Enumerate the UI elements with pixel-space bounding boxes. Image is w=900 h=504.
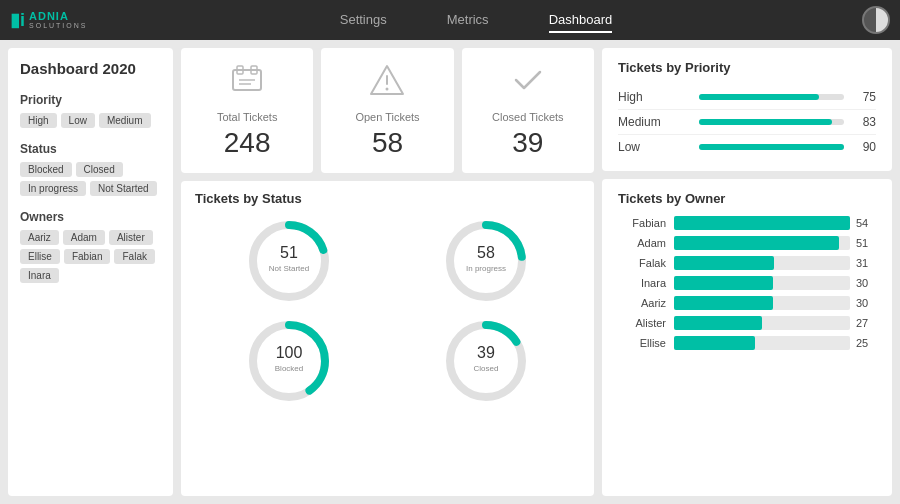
priority-high-bar-wrap xyxy=(699,94,844,100)
donut-closed-svg: 39 Closed xyxy=(441,316,531,406)
priority-high-name: High xyxy=(618,90,691,104)
svg-point-7 xyxy=(386,88,389,91)
owner-fabian-name: Fabian xyxy=(618,217,666,229)
owner-ellise-val: 25 xyxy=(856,337,876,349)
owner-row-aariz: Aariz 30 xyxy=(618,296,876,310)
tag-alister[interactable]: Alister xyxy=(109,230,153,245)
donut-not-started: 51 Not Started xyxy=(195,216,383,306)
priority-row-medium: Medium 83 xyxy=(618,110,876,135)
priority-high-bar xyxy=(699,94,820,100)
owner-alister-bar-wrap xyxy=(674,316,850,330)
theme-toggle[interactable] xyxy=(862,6,890,34)
tag-medium[interactable]: Medium xyxy=(99,113,151,128)
logo: ▮i ADNIA SOLUTIONS xyxy=(10,9,90,31)
warning-icon xyxy=(369,62,405,105)
owner-aariz-bar xyxy=(674,296,773,310)
tag-inara[interactable]: Inara xyxy=(20,268,59,283)
owner-adam-bar xyxy=(674,236,839,250)
owner-falak-bar xyxy=(674,256,774,270)
tag-aariz[interactable]: Aariz xyxy=(20,230,59,245)
owner-adam-name: Adam xyxy=(618,237,666,249)
owner-alister-val: 27 xyxy=(856,317,876,329)
total-tickets-value: 248 xyxy=(224,127,271,159)
tab-dashboard[interactable]: Dashboard xyxy=(549,8,613,33)
owner-row-adam: Adam 51 xyxy=(618,236,876,250)
tag-closed[interactable]: Closed xyxy=(76,162,123,177)
owner-inara-name: Inara xyxy=(618,277,666,289)
owner-row-fabian: Fabian 54 xyxy=(618,216,876,230)
owner-row-inara: Inara 30 xyxy=(618,276,876,290)
tickets-by-status-title: Tickets by Status xyxy=(195,191,580,206)
owner-falak-bar-wrap xyxy=(674,256,850,270)
logo-text: ADNIA SOLUTIONS xyxy=(29,10,87,30)
open-tickets-card: Open Tickets 58 xyxy=(321,48,453,173)
tag-inprogress[interactable]: In progress xyxy=(20,181,86,196)
tag-low[interactable]: Low xyxy=(61,113,95,128)
svg-text:39: 39 xyxy=(477,344,495,361)
priority-medium-val: 83 xyxy=(852,115,876,129)
owner-falak-val: 31 xyxy=(856,257,876,269)
nav-tabs: Settings Metrics Dashboard xyxy=(90,8,862,33)
owner-adam-val: 51 xyxy=(856,237,876,249)
metric-cards: Total Tickets 248 Open Tickets 58 xyxy=(181,48,594,173)
tab-metrics[interactable]: Metrics xyxy=(447,8,489,33)
right-column: Tickets by Priority High 75 Medium 83 Lo… xyxy=(602,48,892,496)
owner-alister-name: Alister xyxy=(618,317,666,329)
tag-fabian[interactable]: Fabian xyxy=(64,249,111,264)
priority-label: Priority xyxy=(20,93,161,107)
owner-aariz-val: 30 xyxy=(856,297,876,309)
owner-inara-bar-wrap xyxy=(674,276,850,290)
priority-medium-bar-wrap xyxy=(699,119,844,125)
donut-grid: 51 Not Started 58 In progress xyxy=(195,216,580,406)
owners-label: Owners xyxy=(20,210,161,224)
donut-blocked-svg: 100 Blocked xyxy=(244,316,334,406)
owner-aariz-name: Aariz xyxy=(618,297,666,309)
ticket-icon xyxy=(229,62,265,105)
sidebar-title: Dashboard 2020 xyxy=(20,60,161,77)
priority-card-title: Tickets by Priority xyxy=(618,60,876,75)
svg-text:In progress: In progress xyxy=(466,264,506,273)
owner-row-ellise: Ellise 25 xyxy=(618,336,876,350)
status-label: Status xyxy=(20,142,161,156)
open-tickets-label: Open Tickets xyxy=(355,111,419,123)
logo-icon: ▮i xyxy=(10,9,25,31)
owner-row-alister: Alister 27 xyxy=(618,316,876,330)
tag-falak[interactable]: Falak xyxy=(114,249,154,264)
sidebar-status-section: Status Blocked Closed In progress Not St… xyxy=(20,142,161,196)
owner-fabian-bar xyxy=(674,216,850,230)
svg-text:Closed: Closed xyxy=(474,364,499,373)
sidebar: Dashboard 2020 Priority High Low Medium … xyxy=(8,48,173,496)
tag-ellise[interactable]: Ellise xyxy=(20,249,60,264)
svg-text:51: 51 xyxy=(280,244,298,261)
tab-settings[interactable]: Settings xyxy=(340,8,387,33)
svg-text:100: 100 xyxy=(275,344,302,361)
owner-fabian-bar-wrap xyxy=(674,216,850,230)
owner-inara-val: 30 xyxy=(856,277,876,289)
owners-tags: Aariz Adam Alister Ellise Fabian Falak I… xyxy=(20,230,161,283)
priority-medium-name: Medium xyxy=(618,115,691,129)
tag-high[interactable]: High xyxy=(20,113,57,128)
center-content: Total Tickets 248 Open Tickets 58 xyxy=(181,48,594,496)
closed-tickets-card: Closed Tickets 39 xyxy=(462,48,594,173)
tag-blocked[interactable]: Blocked xyxy=(20,162,72,177)
owner-ellise-bar xyxy=(674,336,755,350)
donut-blocked: 100 Blocked xyxy=(195,316,383,406)
priority-low-name: Low xyxy=(618,140,691,154)
tag-adam[interactable]: Adam xyxy=(63,230,105,245)
owner-row-falak: Falak 31 xyxy=(618,256,876,270)
priority-low-val: 90 xyxy=(852,140,876,154)
open-tickets-value: 58 xyxy=(372,127,403,159)
donut-closed: 39 Closed xyxy=(393,316,581,406)
owner-fabian-val: 54 xyxy=(856,217,876,229)
owner-inara-bar xyxy=(674,276,773,290)
owner-falak-name: Falak xyxy=(618,257,666,269)
svg-text:58: 58 xyxy=(477,244,495,261)
priority-low-bar-wrap xyxy=(699,144,844,150)
priority-high-val: 75 xyxy=(852,90,876,104)
owner-card-title: Tickets by Owner xyxy=(618,191,876,206)
priority-row-high: High 75 xyxy=(618,85,876,110)
priority-low-bar xyxy=(699,144,844,150)
svg-text:Not Started: Not Started xyxy=(269,264,309,273)
donut-in-progress: 58 In progress xyxy=(393,216,581,306)
tag-notstarted[interactable]: Not Started xyxy=(90,181,157,196)
